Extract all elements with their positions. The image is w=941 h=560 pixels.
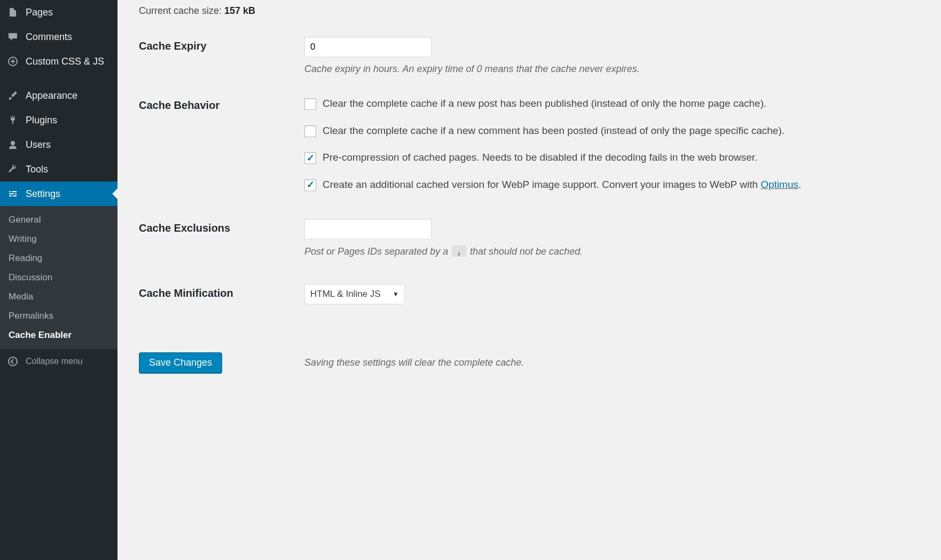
sidebar-item-label: Appearance <box>26 90 77 101</box>
settings-content: Current cache size: 157 kB Cache Expiry … <box>117 0 941 560</box>
chk-label: Clear the complete cache if a new commen… <box>323 123 785 139</box>
sidebar-item-label: Pages <box>26 7 53 18</box>
brush-icon <box>6 89 19 102</box>
chk-label: Clear the complete cache if a new post h… <box>323 96 766 112</box>
sidebar-item-appearance[interactable]: Appearance <box>0 83 117 108</box>
sidebar-item-custom-css-js[interactable]: Custom CSS & JS <box>0 49 117 74</box>
submenu-writing[interactable]: Writing <box>0 230 117 249</box>
sidebar-item-label: Users <box>26 139 51 151</box>
submenu-reading[interactable]: Reading <box>0 249 117 268</box>
cache-size-value: 157 kB <box>224 5 255 16</box>
cache-minification-select[interactable]: HTML & Inline JS <box>304 284 405 304</box>
cache-expiry-desc: Cache expiry in hours. An expiry time of… <box>304 64 920 75</box>
chk-precompression[interactable]: Pre-compression of cached pages. Needs t… <box>304 150 920 165</box>
row-cache-behavior: Cache Behavior Clear the complete cache … <box>139 96 920 192</box>
row-cache-expiry: Cache Expiry Cache expiry in hours. An e… <box>139 37 920 75</box>
sidebar-item-plugins[interactable]: Plugins <box>0 108 117 132</box>
label-cache-expiry: Cache Expiry <box>139 37 304 52</box>
svg-point-3 <box>9 357 17 366</box>
submenu-media[interactable]: Media <box>0 287 117 306</box>
checkbox-icon[interactable] <box>304 125 316 137</box>
sidebar-item-label: Tools <box>26 164 48 175</box>
user-icon <box>6 138 19 151</box>
cache-exclusions-input[interactable] <box>304 219 432 239</box>
chk-clear-on-comment[interactable]: Clear the complete cache if a new commen… <box>304 123 920 139</box>
plug-icon <box>6 114 19 127</box>
checkbox-icon[interactable] <box>304 152 316 164</box>
checkbox-icon[interactable] <box>304 179 316 191</box>
sidebar-item-tools[interactable]: Tools <box>0 157 117 182</box>
submenu-cache-enabler[interactable]: Cache Enabler <box>0 326 117 345</box>
sidebar-item-comments[interactable]: Comments <box>0 25 117 49</box>
plus-circle-icon <box>6 55 19 68</box>
settings-submenu: General Writing Reading Discussion Media… <box>0 206 117 349</box>
cache-size-line: Current cache size: 157 kB <box>139 5 920 17</box>
chk-webp[interactable]: Create an additional cached version for … <box>304 177 920 193</box>
comments-icon <box>6 30 19 43</box>
label-cache-exclusions: Cache Exclusions <box>139 219 304 234</box>
checkbox-icon[interactable] <box>304 98 316 110</box>
sidebar-item-pages[interactable]: Pages <box>0 0 117 25</box>
cache-expiry-input[interactable] <box>304 37 432 57</box>
chk-label: Create an additional cached version for … <box>323 177 801 193</box>
save-note: Saving these settings will clear the com… <box>304 357 524 368</box>
admin-sidebar: Pages Comments Custom CSS & JS Appearanc… <box>0 0 117 560</box>
select-value: HTML & Inline JS <box>310 289 381 299</box>
pages-icon <box>6 6 19 19</box>
chk-clear-on-post[interactable]: Clear the complete cache if a new post h… <box>304 96 920 112</box>
label-cache-minification: Cache Minification <box>139 284 304 299</box>
collapse-icon <box>6 355 19 368</box>
row-cache-minification: Cache Minification HTML & Inline JS <box>139 284 920 304</box>
label-cache-behavior: Cache Behavior <box>139 96 304 112</box>
optimus-link[interactable]: Optimus <box>760 179 798 190</box>
sidebar-item-users[interactable]: Users <box>0 132 117 157</box>
sidebar-item-label: Settings <box>26 188 60 200</box>
cache-size-label: Current cache size: <box>139 5 224 16</box>
cache-exclusions-desc: Post or Pages IDs separated by a , that … <box>304 246 920 257</box>
comma-chip: , <box>452 246 466 257</box>
submenu-general[interactable]: General <box>0 210 117 230</box>
svg-point-2 <box>11 141 15 145</box>
wrench-icon <box>6 163 19 176</box>
save-row: Save Changes Saving these settings will … <box>139 352 920 373</box>
save-changes-button[interactable]: Save Changes <box>139 352 222 373</box>
chk-label: Pre-compression of cached pages. Needs t… <box>323 150 757 165</box>
sidebar-item-label: Custom CSS & JS <box>26 56 104 67</box>
submenu-permalinks[interactable]: Permalinks <box>0 306 117 326</box>
sidebar-item-settings[interactable]: Settings <box>0 182 117 206</box>
sidebar-item-label: Plugins <box>26 115 57 126</box>
collapse-menu[interactable]: Collapse menu <box>0 349 117 374</box>
sidebar-item-label: Comments <box>26 31 72 43</box>
collapse-label: Collapse menu <box>26 357 83 366</box>
row-cache-exclusions: Cache Exclusions Post or Pages IDs separ… <box>139 219 920 257</box>
submenu-discussion[interactable]: Discussion <box>0 268 117 287</box>
sliders-icon <box>6 187 19 200</box>
